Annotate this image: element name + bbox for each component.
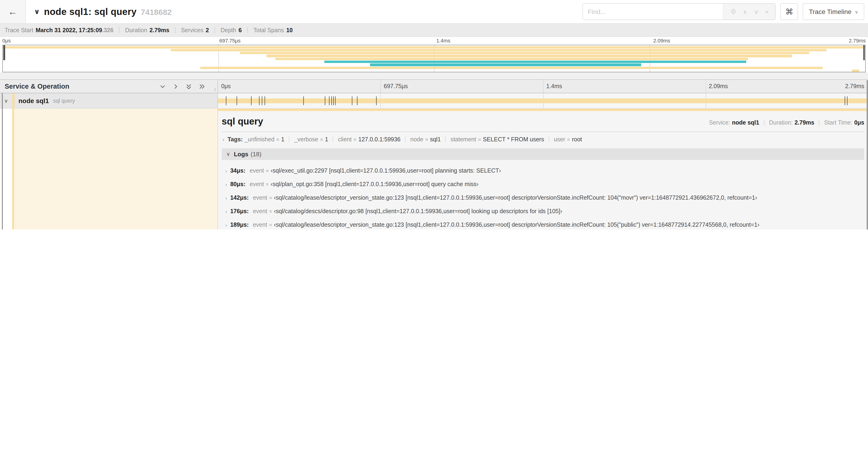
minimap-span-bar <box>267 55 792 57</box>
log-entry[interactable]: › 34μs: event = ‹sql/exec_util.go:2297 [… <box>224 164 863 177</box>
column-resize-grip[interactable]: ‖ <box>214 87 217 92</box>
meta-value: node sql1 <box>732 119 759 126</box>
log-entry[interactable]: › 189μs: event = ‹sql/catalog/lease/desc… <box>224 218 863 230</box>
minimap-right-scrub-handle[interactable] <box>863 45 865 60</box>
minimap-tick-label: 2.09ms <box>653 38 670 43</box>
tag-item: client = 127.0.0.1:59936 <box>328 136 401 142</box>
summary-value: March 31 2022, 17:25:09 <box>36 27 102 33</box>
collapse-controls <box>159 83 205 90</box>
tags-row[interactable]: › Tags: _unfinished = 1 _verbose = <box>218 132 868 144</box>
log-marker-tick[interactable] <box>262 96 262 105</box>
timeline-tick-label: 2.79ms <box>845 83 864 90</box>
find-clear-icon[interactable]: × <box>765 9 769 15</box>
log-marker-tick[interactable] <box>333 96 334 105</box>
log-field-value: ‹sql/catalog/descs/descriptor.go:98 [nsq… <box>274 208 562 215</box>
back-button[interactable]: ← <box>0 0 26 23</box>
log-marker-tick[interactable] <box>331 96 332 105</box>
find-next-icon[interactable]: ∨ <box>754 9 758 15</box>
span-track[interactable] <box>218 93 868 108</box>
find-input[interactable] <box>583 4 723 20</box>
expand-one-icon[interactable] <box>172 83 179 90</box>
tag-key: _unfinished <box>245 136 274 142</box>
log-field-value: ‹sql/catalog/lease/descriptor_version_st… <box>274 195 757 201</box>
service-operation-header: Service & Operation ‖ <box>0 80 218 93</box>
log-marker-tick[interactable] <box>325 96 325 105</box>
tag-value: 127.0.0.1:59936 <box>359 136 401 142</box>
timeline-tick-label: 697.75μs <box>384 83 408 90</box>
summary-value: 10 <box>286 27 293 33</box>
log-entry[interactable]: › 176μs: event = ‹sql/catalog/descs/desc… <box>224 204 863 218</box>
log-expand-icon[interactable]: › <box>225 182 227 187</box>
left-edge-line <box>2 93 3 230</box>
minimap-span-bar <box>3 46 865 48</box>
minimap-ruler: 0μs697.75μs1.4ms2.09ms2.79ms <box>0 37 868 45</box>
log-marker-tick[interactable] <box>259 96 259 105</box>
service-operation-label: Service & Operation <box>5 83 69 90</box>
minimap-left-scrub-handle[interactable] <box>3 45 5 60</box>
collapse-one-icon[interactable] <box>159 83 166 90</box>
timeline-tick-label: 1.4ms <box>546 83 562 90</box>
log-marker-tick[interactable] <box>237 96 237 105</box>
trace-summary-item: Trace Start March 31 2022, 17:25:09 .326 <box>5 27 114 33</box>
log-marker-tick[interactable] <box>357 96 358 105</box>
log-marker-tick[interactable] <box>847 96 847 105</box>
minimap-canvas[interactable] <box>2 45 866 72</box>
summary-label: Duration <box>125 27 147 33</box>
summary-value: 6 <box>239 27 242 33</box>
log-entry[interactable]: › 142μs: event = ‹sql/catalog/lease/desc… <box>224 191 863 204</box>
selected-span-highlight <box>14 109 217 230</box>
meta-label: Duration: <box>769 119 793 126</box>
span-row[interactable]: ∨ node sql1 sql query <box>0 93 868 109</box>
log-marker-tick[interactable] <box>329 96 329 105</box>
log-marker-tick[interactable] <box>251 96 251 105</box>
tag-value: sql1 <box>430 136 441 142</box>
trace-minimap: 0μs697.75μs1.4ms2.09ms2.79ms <box>0 37 868 72</box>
tag-key: statement <box>451 136 476 142</box>
tag-value: 1 <box>281 136 284 142</box>
minimap-span-bar <box>370 64 641 66</box>
minimap-tick-label: 697.75μs <box>219 38 241 43</box>
service-color-accent-bar <box>12 109 14 230</box>
tags-list: _unfinished = 1 _verbose = 1 client <box>245 136 582 142</box>
log-expand-icon[interactable]: › <box>225 223 227 228</box>
span-row-name-cell[interactable]: ∨ node sql1 sql query <box>0 93 218 108</box>
logs-section: ∨ Logs (18) › 34μs: event = ‹sql <box>222 148 864 230</box>
span-duration-bar[interactable] <box>218 99 868 103</box>
collapse-all-icon[interactable] <box>185 83 192 90</box>
trace-page: ← ∨ node sql1: sql query 7418682 ∧ ∨ × ⌘ <box>0 0 868 230</box>
log-expand-icon[interactable]: › <box>225 168 227 173</box>
minimap-span-bar <box>324 61 746 63</box>
locate-icon[interactable] <box>730 8 736 15</box>
log-expand-icon[interactable]: › <box>225 209 227 214</box>
log-marker-tick[interactable] <box>335 96 335 105</box>
logs-collapse-icon[interactable]: ∨ <box>226 151 230 157</box>
log-marker-tick[interactable] <box>226 96 226 105</box>
keyboard-shortcuts-button[interactable]: ⌘ <box>780 3 798 20</box>
trace-summary-item: Depth 6 <box>209 27 242 33</box>
log-equals: = <box>269 208 272 214</box>
tag-value: root <box>572 136 582 142</box>
trace-view-selector-button[interactable]: Trace Timeline ∨ <box>803 3 864 20</box>
log-equals: = <box>266 182 269 187</box>
meta-value: 2.79ms <box>795 119 814 126</box>
service-name: node sql1 <box>19 97 49 104</box>
timeline-tick-label: 2.09ms <box>709 83 728 90</box>
expand-all-icon[interactable] <box>198 83 205 90</box>
detail-left-rail <box>0 109 218 230</box>
log-entry[interactable]: › 80μs: event = ‹sql/plan_opt.go:358 [ns… <box>224 177 863 191</box>
log-marker-tick[interactable] <box>376 96 376 105</box>
log-marker-tick[interactable] <box>265 96 265 105</box>
meta-label: Service: <box>709 119 730 126</box>
log-expand-icon[interactable]: › <box>225 195 227 201</box>
log-marker-tick[interactable] <box>845 96 845 105</box>
find-prev-icon[interactable]: ∧ <box>743 9 747 15</box>
logs-header[interactable]: ∨ Logs (18) <box>222 148 864 160</box>
log-marker-tick[interactable] <box>303 96 304 105</box>
tag-equals: = <box>425 136 428 142</box>
tags-expand-icon[interactable]: › <box>223 136 224 142</box>
log-equals: = <box>266 168 269 173</box>
log-marker-tick[interactable] <box>352 96 352 105</box>
vertical-scrollbar[interactable] <box>866 80 868 230</box>
collapse-trace-icon[interactable]: ∨ <box>34 7 40 16</box>
tag-key: node <box>410 136 424 142</box>
